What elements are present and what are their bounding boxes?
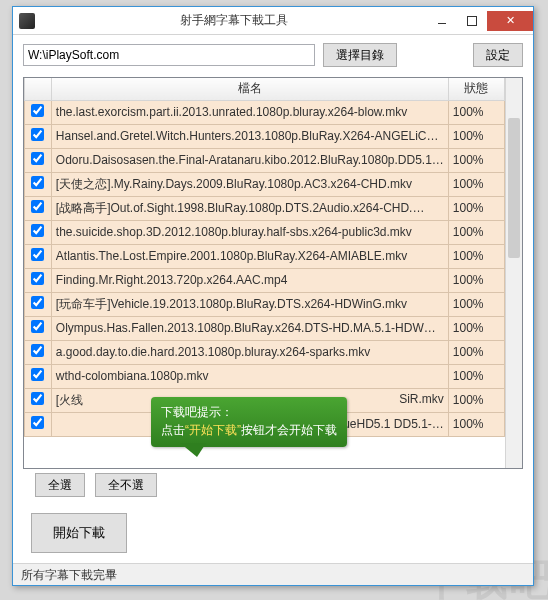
table-row[interactable]: the.suicide.shop.3D.2012.1080p.bluray.ha… <box>25 220 505 244</box>
file-name: the.suicide.shop.3D.2012.1080p.bluray.ha… <box>51 220 448 244</box>
select-all-button[interactable]: 全選 <box>35 473 85 497</box>
file-name: Finding.Mr.Right.2013.720p.x264.AAC.mp4 <box>51 268 448 292</box>
file-status: 100% <box>448 388 504 412</box>
file-name: Atlantis.The.Lost.Empire.2001.1080p.BluR… <box>51 244 448 268</box>
row-checkbox[interactable] <box>31 128 44 141</box>
file-status: 100% <box>448 100 504 124</box>
file-status: 100% <box>448 172 504 196</box>
col-check[interactable] <box>25 78 52 100</box>
scrollbar-thumb[interactable] <box>508 118 520 258</box>
browse-button[interactable]: 選擇目錄 <box>323 43 397 67</box>
file-name: wthd-colombiana.1080p.mkv <box>51 364 448 388</box>
file-name: Odoru.Daisosasen.the.Final-Aratanaru.kib… <box>51 148 448 172</box>
table-row[interactable]: [玩命车手]Vehicle.19.2013.1080p.BluRay.DTS.x… <box>25 292 505 316</box>
maximize-button[interactable] <box>457 11 487 31</box>
row-checkbox[interactable] <box>31 152 44 165</box>
file-name: a.good.day.to.die.hard.2013.1080p.bluray… <box>51 340 448 364</box>
row-checkbox[interactable] <box>31 200 44 213</box>
file-status: 100% <box>448 412 504 436</box>
file-status: 100% <box>448 316 504 340</box>
table-row[interactable]: Olympus.Has.Fallen.2013.1080p.BluRay.x26… <box>25 316 505 340</box>
row-checkbox[interactable] <box>31 224 44 237</box>
col-status[interactable]: 狀態 <box>448 78 504 100</box>
row-checkbox[interactable] <box>31 320 44 333</box>
table-row[interactable]: Odoru.Daisosasen.the.Final-Aratanaru.kib… <box>25 148 505 172</box>
file-status: 100% <box>448 340 504 364</box>
file-status: 100% <box>448 124 504 148</box>
status-bar: 所有字幕下載完畢 <box>13 563 533 585</box>
row-checkbox[interactable] <box>31 104 44 117</box>
table-row[interactable]: Atlantis.The.Lost.Empire.2001.1080p.BluR… <box>25 244 505 268</box>
file-name: Olympus.Has.Fallen.2013.1080p.BluRay.x26… <box>51 316 448 340</box>
row-checkbox[interactable] <box>31 416 44 429</box>
row-checkbox[interactable] <box>31 176 44 189</box>
file-status: 100% <box>448 292 504 316</box>
file-status: 100% <box>448 364 504 388</box>
file-status: 100% <box>448 196 504 220</box>
file-name: [战略高手]Out.of.Sight.1998.BluRay.1080p.DTS… <box>51 196 448 220</box>
close-button[interactable] <box>487 11 533 31</box>
table-row[interactable]: [天使之恋].My.Rainy.Days.2009.BluRay.1080p.A… <box>25 172 505 196</box>
table-row[interactable]: wthd-colombiana.1080p.mkv100% <box>25 364 505 388</box>
window-title: 射手網字幕下載工具 <box>41 12 427 29</box>
row-checkbox[interactable] <box>31 272 44 285</box>
file-name: [玩命车手]Vehicle.19.2013.1080p.BluRay.DTS.x… <box>51 292 448 316</box>
table-row[interactable]: Finding.Mr.Right.2013.720p.x264.AAC.mp41… <box>25 268 505 292</box>
file-name: Hansel.and.Gretel.Witch.Hunters.2013.108… <box>51 124 448 148</box>
row-checkbox[interactable] <box>31 392 44 405</box>
file-status: 100% <box>448 220 504 244</box>
titlebar: 射手網字幕下載工具 <box>13 7 533 35</box>
path-input[interactable] <box>23 44 315 66</box>
file-status: 100% <box>448 244 504 268</box>
app-icon <box>19 13 35 29</box>
row-checkbox[interactable] <box>31 296 44 309</box>
table-row[interactable]: [战略高手]Out.of.Sight.1998.BluRay.1080p.DTS… <box>25 196 505 220</box>
file-name: [天使之恋].My.Rainy.Days.2009.BluRay.1080p.A… <box>51 172 448 196</box>
table-row[interactable]: the.last.exorcism.part.ii.2013.unrated.1… <box>25 100 505 124</box>
row-checkbox[interactable] <box>31 368 44 381</box>
table-row[interactable]: a.good.day.to.die.hard.2013.1080p.bluray… <box>25 340 505 364</box>
col-name[interactable]: 檔名 <box>51 78 448 100</box>
select-none-button[interactable]: 全不選 <box>95 473 157 497</box>
minimize-button[interactable] <box>427 11 457 31</box>
file-status: 100% <box>448 148 504 172</box>
start-download-button[interactable]: 開始下載 <box>31 513 127 553</box>
row-checkbox[interactable] <box>31 248 44 261</box>
table-row[interactable]: Hansel.and.Gretel.Witch.Hunters.2013.108… <box>25 124 505 148</box>
file-status: 100% <box>448 268 504 292</box>
tooltip-highlight: “开始下载” <box>185 423 241 437</box>
app-window: 射手網字幕下載工具 選擇目錄 設定 檔名 狀態 the.last.exorcis… <box>12 6 534 586</box>
tooltip-line2a: 点击 <box>161 423 185 437</box>
file-name: the.last.exorcism.part.ii.2013.unrated.1… <box>51 100 448 124</box>
row-checkbox[interactable] <box>31 344 44 357</box>
hint-tooltip: 下载吧提示： 点击“开始下载”按钮才会开始下载 <box>151 397 347 447</box>
tooltip-line2c: 按钮才会开始下载 <box>241 423 337 437</box>
scrollbar[interactable] <box>505 78 522 468</box>
settings-button[interactable]: 設定 <box>473 43 523 67</box>
tooltip-line1: 下载吧提示： <box>161 403 337 421</box>
